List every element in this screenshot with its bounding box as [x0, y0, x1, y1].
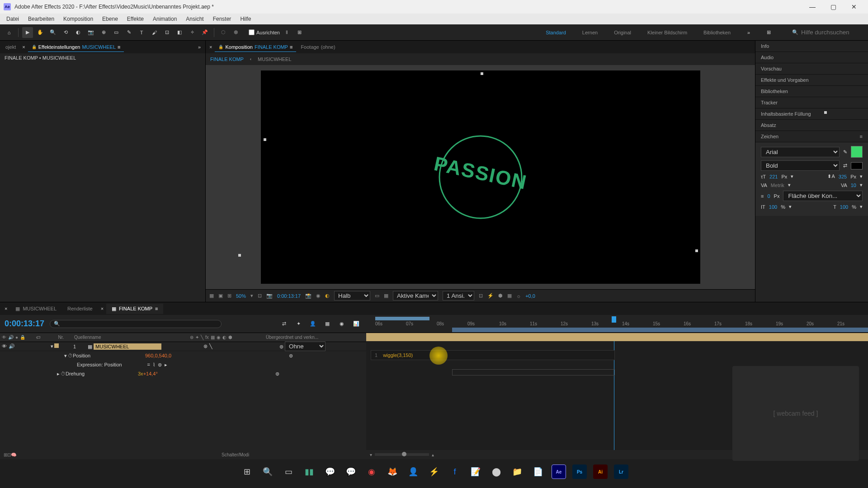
panel-tracker[interactable]: Tracker [755, 97, 868, 108]
menu-fenster[interactable]: Fenster [208, 15, 236, 23]
menu-effekte[interactable]: Effekte [123, 15, 148, 23]
current-timecode[interactable]: 0:00:13:17 [5, 319, 44, 328]
tab-close-icon[interactable]: × [208, 44, 214, 50]
fill-color-swatch[interactable] [851, 146, 863, 158]
tab-close-icon[interactable]: × [2, 306, 10, 311]
comp-subtab-finale[interactable]: FINALE KOMP [210, 56, 244, 62]
twirl-down-icon[interactable]: ▾ [50, 343, 54, 349]
expr-menu-icon[interactable]: ▸ [165, 362, 167, 368]
shape-tool-icon[interactable]: ▭ [111, 27, 122, 38]
snap-checkbox[interactable] [249, 29, 255, 35]
roi-icon[interactable]: ▭ [375, 293, 379, 299]
stroke-color-swatch[interactable] [851, 162, 863, 169]
lightroom-icon[interactable]: Lr [612, 463, 630, 481]
workspace-original[interactable]: Original [610, 28, 635, 37]
eye-icon[interactable]: 👁 [2, 343, 7, 349]
timeline-tab-renderliste[interactable]: Renderliste [62, 304, 98, 314]
messenger-icon[interactable]: ⚡ [425, 463, 443, 481]
expression-code[interactable]: wiggle(3,150) [383, 352, 413, 358]
workspace-overflow-icon[interactable]: » [743, 27, 754, 38]
graph-editor-icon[interactable]: 📊 [351, 319, 362, 329]
pen-tool-icon[interactable]: ✎ [123, 27, 134, 38]
rotation-degrees[interactable]: +14,4° [143, 371, 158, 376]
text-tool-icon[interactable]: T [136, 27, 147, 38]
dropdown-icon[interactable]: ▾ [789, 204, 792, 210]
timeline-zoom-slider[interactable] [375, 453, 429, 456]
after-effects-icon[interactable]: Ae [550, 463, 568, 481]
fx-icon[interactable]: fx [205, 335, 209, 340]
dropdown-icon[interactable]: ▾ [791, 174, 793, 179]
toggle-switches-icon[interactable]: ⊞ [4, 452, 7, 457]
wireframe-icon[interactable]: ⬢ [231, 27, 241, 38]
layer-name[interactable]: MUSICWHEEL [94, 343, 161, 350]
timeline-tab-finale[interactable]: ▦ FINALE KOMP ≡ [106, 304, 163, 314]
help-search-input[interactable] [801, 29, 864, 36]
close-button[interactable]: ✕ [844, 0, 864, 14]
exposure-value[interactable]: +0,0 [525, 293, 535, 299]
orbit-tool-icon[interactable]: ⟲ [60, 27, 71, 38]
comp-flowchart-icon[interactable]: ⇄ [278, 319, 289, 329]
expr-pickwhip-icon[interactable]: ⊚ [158, 362, 162, 368]
menu-bearbeiten[interactable]: Bearbeiten [24, 15, 59, 23]
quality-icon[interactable]: ╲ [201, 335, 203, 340]
collapse-sw-icon[interactable]: ⊛ [203, 343, 208, 349]
tab-close-icon[interactable]: × [20, 44, 27, 50]
3d-icon[interactable]: ⬢ [228, 335, 232, 340]
res-cam-icon[interactable]: 📷 [266, 293, 273, 299]
eye-column-icon[interactable]: 👁 [2, 335, 6, 340]
panel-vorschau[interactable]: Vorschau [755, 63, 868, 75]
collapse-icon[interactable]: ✦ [195, 335, 199, 340]
whatsapp-icon[interactable]: 💬 [342, 463, 360, 481]
kerning-value[interactable]: Metrik [771, 183, 784, 188]
expr-graph-icon[interactable]: ⌇ [153, 362, 155, 368]
label-column-icon[interactable]: 🏷 [36, 335, 50, 340]
alpha-icon[interactable]: ▦ [209, 293, 214, 299]
anchor-tool-icon[interactable]: ⊕ [98, 27, 109, 38]
camera-select[interactable]: Aktive Kamera [393, 291, 438, 300]
pickwhip-icon[interactable]: ⊚ [279, 344, 283, 349]
mesh-icon[interactable]: ⬡ [218, 27, 229, 38]
panel-overflow-icon[interactable]: » [195, 44, 203, 50]
workspace-klein[interactable]: Kleiner Bildschirm [644, 28, 691, 37]
stroke-width-value[interactable]: 0 [767, 193, 770, 199]
audio-icon[interactable]: 🔊 [9, 343, 15, 349]
stopwatch-icon[interactable]: ⏱ [68, 353, 73, 358]
menu-datei[interactable]: Datei [2, 15, 24, 23]
font-family-select[interactable]: Arial [761, 147, 840, 157]
time-ruler[interactable]: 06s 07s 08s 09s 10s 11s 12s 13s 14s 15s … [366, 315, 868, 333]
search-button[interactable]: 🔍 [259, 463, 277, 481]
shy-icon[interactable]: ⊛ [190, 335, 193, 340]
tab-project[interactable]: ojekt [2, 42, 19, 52]
menu-ebene[interactable]: Ebene [98, 15, 123, 23]
parent-select[interactable]: Ohne [285, 342, 326, 351]
hand-tool-icon[interactable]: ✋ [35, 27, 46, 38]
workspace-lernen[interactable]: Lernen [579, 28, 601, 37]
comp-subtab-musicwheel[interactable]: MUSICWHEEL [258, 56, 292, 62]
swap-icon[interactable]: ⇄ [843, 163, 847, 169]
resolution-select[interactable]: Halb [334, 291, 370, 300]
pickwhip-icon[interactable]: ⊚ [275, 371, 279, 377]
workspace-reset-icon[interactable]: ⊞ [763, 27, 774, 38]
facebook-icon[interactable]: f [446, 463, 464, 481]
panel-info[interactable]: Info [755, 41, 868, 52]
solo-column-icon[interactable]: ● [15, 335, 18, 340]
lock-column-icon[interactable]: 🔒 [20, 335, 25, 340]
rotation-turns[interactable]: 3x [138, 371, 143, 376]
color-mgmt-icon[interactable]: ◐ [325, 293, 330, 299]
panel-audio[interactable]: Audio [755, 52, 868, 63]
audio-column-icon[interactable]: 🔊 [8, 335, 14, 340]
app-icon-red[interactable]: ◉ [363, 463, 381, 481]
expression-editor[interactable]: 1 wiggle(3,150) [371, 350, 615, 360]
res-full-icon[interactable]: ⊡ [258, 293, 262, 299]
position-value[interactable]: 960,0,540,0 [145, 353, 171, 358]
app-icon-notes[interactable]: 📝 [467, 463, 485, 481]
fast-preview-icon[interactable]: ⚡ [487, 293, 494, 299]
menu-komposition[interactable]: Komposition [59, 15, 98, 23]
obs-icon[interactable]: ⬤ [487, 463, 505, 481]
dropdown-icon[interactable]: ▾ [860, 174, 863, 179]
work-area-bar[interactable] [452, 328, 868, 332]
panel-menu-icon[interactable]: ≡ [118, 44, 120, 50]
minimize-button[interactable]: — [802, 0, 823, 14]
home-icon[interactable]: ⌂ [4, 27, 14, 38]
rotate-tool-icon[interactable]: ◐ [73, 27, 84, 38]
